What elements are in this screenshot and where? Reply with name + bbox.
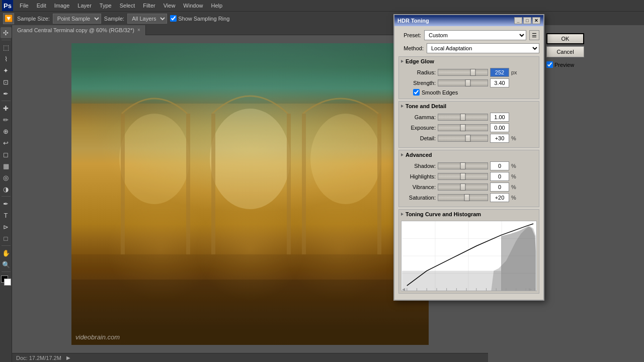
pen-tool[interactable]: ✒ <box>1 198 12 209</box>
tab-title: Grand Central Terminal copy @ 60% (RGB/3… <box>17 27 134 33</box>
app-icon: Ps <box>2 0 13 11</box>
svg-rect-6 <box>121 114 125 254</box>
quick-select-tool[interactable]: ✦ <box>1 65 12 76</box>
clone-tool[interactable]: ⊕ <box>1 126 12 137</box>
tool-separator-5 <box>2 272 11 272</box>
svg-rect-5 <box>71 280 429 345</box>
menu-type[interactable]: Type <box>96 2 115 10</box>
menu-help[interactable]: Help <box>207 2 226 10</box>
eyedropper-tool-btn[interactable]: 🔽 <box>3 13 14 24</box>
sample-size-label: Sample Size: <box>17 16 50 22</box>
svg-rect-11 <box>377 114 381 254</box>
canvas-image: videobrain.com <box>71 43 429 345</box>
hand-tool[interactable]: ✋ <box>1 247 12 258</box>
options-bar: 🔽 Sample Size: Point Sample Sample: All … <box>0 11 644 25</box>
fg-bg-swatch[interactable] <box>1 276 11 286</box>
tool-separator-1 <box>2 40 11 40</box>
menu-file[interactable]: File <box>16 2 32 10</box>
tool-separator-2 <box>2 101 11 101</box>
tool-separator-4 <box>2 245 11 246</box>
sample-select[interactable]: All Layers <box>127 14 167 24</box>
tab-bar: Grand Central Terminal copy @ 60% (RGB/3… <box>12 25 488 35</box>
svg-rect-8 <box>211 114 215 254</box>
zoom-tool[interactable]: 🔍 <box>1 259 12 270</box>
close-tab-icon[interactable]: × <box>137 27 140 33</box>
show-sampling-ring-checkbox[interactable] <box>170 15 177 22</box>
marquee-tool[interactable]: ⬚ <box>1 42 12 53</box>
path-select-tool[interactable]: ⊳ <box>1 221 12 232</box>
brush-tool[interactable]: ✏ <box>1 114 12 125</box>
canvas-tab[interactable]: Grand Central Terminal copy @ 60% (RGB/3… <box>12 25 146 35</box>
dodge-tool[interactable]: ◑ <box>1 184 12 195</box>
status-bar: Doc: 17.2M/17.2M ▶ <box>12 353 488 362</box>
right-panel <box>488 25 644 362</box>
menu-edit[interactable]: Edit <box>33 2 50 10</box>
arch-svg <box>71 43 429 345</box>
shape-tool[interactable]: □ <box>1 233 12 244</box>
history-brush-tool[interactable]: ↩ <box>1 137 12 148</box>
watermark: videobrain.com <box>75 333 120 341</box>
main-area: ✣ ⬚ ⌇ ✦ ⊡ ✒ ✚ ✏ ⊕ ↩ ◻ ▦ ◎ ◑ ✒ T ⊳ □ ✋ 🔍 … <box>0 25 644 362</box>
crop-tool[interactable]: ⊡ <box>1 76 12 87</box>
menu-filter[interactable]: Filter <box>139 2 158 10</box>
svg-point-3 <box>310 114 381 204</box>
menu-layer[interactable]: Layer <box>74 2 95 10</box>
gradient-tool[interactable]: ▦ <box>1 160 12 171</box>
sample-size-select[interactable]: Point Sample <box>53 14 101 24</box>
svg-rect-7 <box>186 114 190 254</box>
svg-point-2 <box>210 109 290 209</box>
menu-view[interactable]: View <box>160 2 179 10</box>
move-tool[interactable]: ✣ <box>1 27 12 38</box>
svg-point-1 <box>119 114 190 204</box>
status-arrow[interactable]: ▶ <box>66 355 70 360</box>
menu-image[interactable]: Image <box>51 2 73 10</box>
menu-select[interactable]: Select <box>116 2 139 10</box>
sample-label: Sample: <box>104 16 124 22</box>
lasso-tool[interactable]: ⌇ <box>1 53 12 64</box>
menu-window[interactable]: Window <box>180 2 206 10</box>
menu-bar: Ps File Edit Image Layer Type Select Fil… <box>0 0 644 11</box>
blur-tool[interactable]: ◎ <box>1 172 12 183</box>
canvas-wrapper[interactable]: videobrain.com <box>12 35 488 353</box>
eraser-tool[interactable]: ◻ <box>1 149 12 160</box>
status-doc: Doc: 17.2M/17.2M <box>16 355 61 361</box>
healing-tool[interactable]: ✚ <box>1 103 12 114</box>
left-toolbar: ✣ ⬚ ⌇ ✦ ⊡ ✒ ✚ ✏ ⊕ ↩ ◻ ▦ ◎ ◑ ✒ T ⊳ □ ✋ 🔍 <box>0 25 12 362</box>
show-sampling-ring-label: Show Sampling Ring <box>178 16 229 22</box>
svg-rect-9 <box>287 114 291 254</box>
tool-separator-3 <box>2 196 11 197</box>
eyedropper-tool[interactable]: ✒ <box>1 88 12 99</box>
canvas-area: Grand Central Terminal copy @ 60% (RGB/3… <box>12 25 488 362</box>
background-swatch[interactable] <box>4 279 11 286</box>
svg-rect-0 <box>71 43 429 104</box>
svg-rect-10 <box>302 114 306 254</box>
show-sampling-ring-wrap[interactable]: Show Sampling Ring <box>170 15 229 22</box>
type-tool[interactable]: T <box>1 210 12 221</box>
